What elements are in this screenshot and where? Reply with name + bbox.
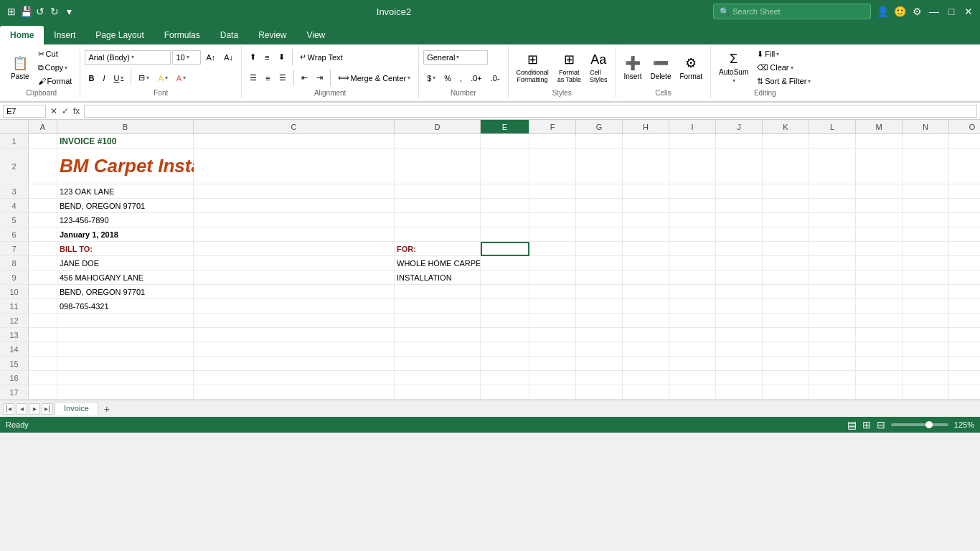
cell-j9[interactable] [716,270,763,285]
sheet-nav-last[interactable]: ▸| [42,403,53,415]
row-num-10[interactable]: 10 [0,285,29,299]
tab-home[interactable]: Home [0,26,44,44]
cell-k16[interactable] [763,371,809,385]
cell-k1[interactable] [763,134,809,149]
cell-e13[interactable] [481,328,529,342]
cell-l9[interactable] [809,270,856,285]
cell-g8[interactable] [576,256,623,270]
cell-a15[interactable] [29,357,57,371]
cell-h17[interactable] [623,385,669,400]
cell-c13[interactable] [194,328,395,342]
indent-decrease-button[interactable]: ⇤ [298,72,311,85]
cell-c6[interactable] [194,227,395,242]
sheet-tab-invoice[interactable]: Invoice [55,402,98,415]
cell-o3[interactable] [949,184,980,199]
cell-l8[interactable] [809,256,856,270]
cell-j12[interactable] [716,314,763,328]
align-bottom-button[interactable]: ⬇ [275,51,288,64]
cell-l16[interactable] [809,371,856,385]
cell-k4[interactable] [763,199,809,213]
insert-function-icon[interactable]: fx [72,106,81,116]
cell-f4[interactable] [529,199,576,213]
cell-k13[interactable] [763,328,809,342]
cell-i13[interactable] [669,328,716,342]
cell-l17[interactable] [809,385,856,400]
cell-o7[interactable] [949,242,980,256]
cancel-formula-icon[interactable]: ✕ [49,106,59,116]
cell-j14[interactable] [716,342,763,357]
cell-f8[interactable] [529,256,576,270]
cell-n9[interactable] [903,270,949,285]
col-header-i[interactable]: I [669,120,716,133]
cell-j17[interactable] [716,385,763,400]
cell-f13[interactable] [529,328,576,342]
cell-k12[interactable] [763,314,809,328]
cell-n14[interactable] [903,342,949,357]
cell-e2[interactable] [481,149,529,184]
cell-d13[interactable] [395,328,481,342]
row-num-1[interactable]: 1 [0,134,29,149]
cell-d1[interactable] [395,134,481,149]
cell-h4[interactable] [623,199,669,213]
cell-d16[interactable] [395,371,481,385]
cell-n3[interactable] [903,184,949,199]
cell-n5[interactable] [903,213,949,227]
cell-c1[interactable] [194,134,395,149]
cell-h12[interactable] [623,314,669,328]
save-icon[interactable]: 💾 [20,6,32,17]
cell-n13[interactable] [903,328,949,342]
row-num-11[interactable]: 11 [0,299,29,314]
cell-o2[interactable] [949,149,980,184]
cell-d17[interactable] [395,385,481,400]
cell-n10[interactable] [903,285,949,299]
row-num-17[interactable]: 17 [0,385,29,400]
close-icon[interactable]: ✕ [963,6,974,17]
copy-button[interactable]: ⧉ Copy ▾ [34,61,76,74]
cell-a12[interactable] [29,314,57,328]
cell-i12[interactable] [669,314,716,328]
col-header-g[interactable]: G [576,120,623,133]
cell-h13[interactable] [623,328,669,342]
cell-i2[interactable] [669,149,716,184]
decrease-font-button[interactable]: A↓ [220,51,237,64]
cell-reference-box[interactable]: E7 [3,105,46,118]
currency-button[interactable]: $▾ [423,72,439,85]
cell-d7[interactable]: FOR: [395,242,481,256]
cell-o1[interactable] [949,134,980,149]
cell-k10[interactable] [763,285,809,299]
bold-button[interactable]: B [85,72,98,85]
align-center-button[interactable]: ≡ [262,72,273,85]
cell-k14[interactable] [763,342,809,357]
cell-d11[interactable] [395,299,481,314]
zoom-slider[interactable] [891,423,948,426]
cell-n17[interactable] [903,385,949,400]
cell-m8[interactable] [856,256,903,270]
tab-formulas[interactable]: Formulas [154,26,210,44]
sheet-nav-first[interactable]: |◂ [3,403,14,415]
cell-k8[interactable] [763,256,809,270]
cell-b2[interactable]: BM Carpet Install [57,149,194,184]
cell-c5[interactable] [194,213,395,227]
search-sheet-box[interactable]: 🔍 Search Sheet [713,4,871,19]
insert-cell-button[interactable]: ➕ Insert [621,49,646,86]
cell-l6[interactable] [809,227,856,242]
cell-b10[interactable]: BEND, OREGON 97701 [57,285,194,299]
tab-data[interactable]: Data [210,26,248,44]
fill-button[interactable]: ⬇ Fill ▾ [753,47,814,60]
cell-e14[interactable] [481,342,529,357]
cell-m15[interactable] [856,357,903,371]
cell-m16[interactable] [856,371,903,385]
clear-button[interactable]: ⌫ Clear ▾ [753,61,814,74]
cell-f2[interactable] [529,149,576,184]
cell-f11[interactable] [529,299,576,314]
cell-o6[interactable] [949,227,980,242]
cell-b11[interactable]: 098-765-4321 [57,299,194,314]
cell-f3[interactable] [529,184,576,199]
cell-c7[interactable] [194,242,395,256]
cell-f1[interactable] [529,134,576,149]
cell-c15[interactable] [194,357,395,371]
cell-k17[interactable] [763,385,809,400]
cell-g6[interactable] [576,227,623,242]
minimize-icon[interactable]: — [928,6,940,17]
row-num-9[interactable]: 9 [0,270,29,285]
